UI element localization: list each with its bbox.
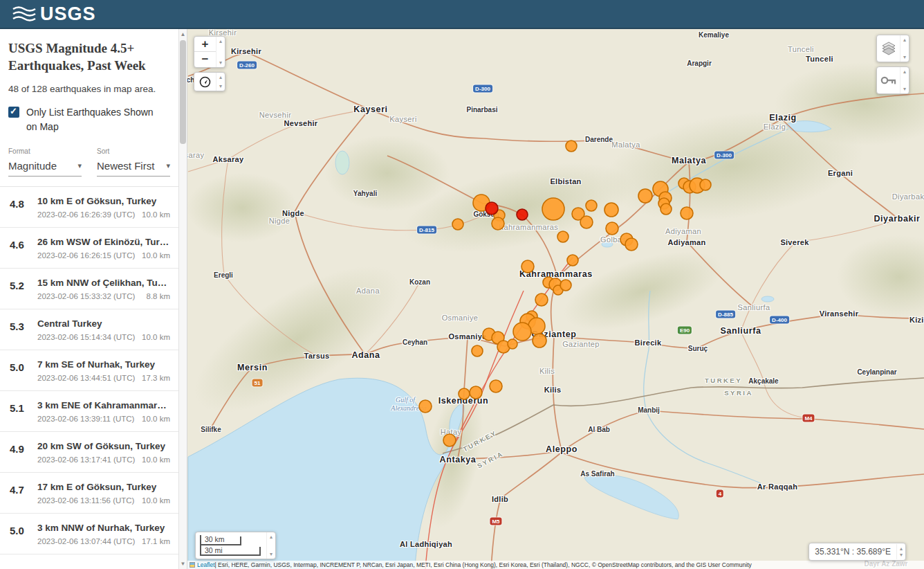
- earthquake-marker[interactable]: [486, 202, 498, 215]
- map-label: Adiyaman: [665, 227, 701, 235]
- map-label: Elazig: [769, 113, 797, 123]
- locate-button[interactable]: [194, 73, 216, 91]
- event-time: 2023-02-06 13:11:56 (UTC): [37, 496, 134, 505]
- event-depth: 10.0 km: [142, 415, 170, 423]
- earthquake-list-item[interactable]: 5.3Central Turkey2023-02-06 15:14:34 (UT…: [0, 309, 178, 350]
- scrollbar-thumb[interactable]: [180, 40, 186, 144]
- coordinates-control: 35.331°N : 35.689°E ▴▾: [808, 543, 906, 561]
- spin-down-icon[interactable]: ▾: [900, 552, 903, 558]
- spin-down-icon[interactable]: ▾: [219, 83, 222, 89]
- earthquake-marker[interactable]: [700, 179, 711, 190]
- earthquake-marker[interactable]: [533, 334, 546, 347]
- scroll-down-icon[interactable]: ▼: [179, 561, 187, 567]
- earthquake-marker[interactable]: [508, 339, 517, 349]
- logo-text: USGS: [40, 3, 96, 25]
- map-label: Arapgir: [687, 60, 712, 67]
- map-label: Pinarbasi: [466, 106, 497, 114]
- layers-button[interactable]: [877, 35, 900, 62]
- earthquake-list-item[interactable]: 4.717 km E of Göksun, Turkey2023-02-06 1…: [0, 473, 178, 514]
- earthquake-marker[interactable]: [604, 203, 618, 217]
- spin-down-icon[interactable]: ▾: [903, 86, 906, 92]
- map-label: Nevsehir: [259, 111, 292, 119]
- earthquake-list-item[interactable]: 4.626 km WSW of Ekinözü, Turkey2023-02-0…: [0, 228, 178, 269]
- earthquake-marker[interactable]: [513, 323, 531, 341]
- road-shield: D-815: [417, 226, 436, 234]
- event-place: Central Turkey: [37, 318, 170, 329]
- earthquake-marker[interactable]: [681, 207, 693, 219]
- magnitude-value: 5.1: [10, 400, 37, 423]
- map-label: Al Bab: [588, 426, 610, 433]
- earthquake-marker[interactable]: [606, 222, 618, 235]
- event-time: 2023-02-06 15:33:32 (UTC): [37, 292, 135, 300]
- sidebar-scrollbar[interactable]: ▲ ▼: [178, 29, 187, 569]
- map-viewport[interactable]: KirsehirKirsehirchiKayseriKayseriNevsehi…: [187, 29, 924, 569]
- zoom-in-button[interactable]: +: [194, 37, 216, 52]
- map-label: Tunceli: [788, 45, 814, 53]
- earthquake-marker[interactable]: [472, 345, 483, 356]
- earthquake-marker[interactable]: [560, 280, 571, 291]
- locate-icon: [199, 76, 211, 88]
- earthquake-marker[interactable]: [557, 231, 569, 242]
- earthquake-marker[interactable]: [521, 260, 534, 273]
- earthquake-list-item[interactable]: 5.07 km SE of Nurhak, Turkey2023-02-06 1…: [0, 350, 178, 391]
- map-label: Diyarbak: [892, 192, 924, 201]
- spin-down-icon[interactable]: ▾: [219, 60, 222, 66]
- spin-up-icon[interactable]: ▴: [903, 69, 906, 75]
- earthquake-marker[interactable]: [470, 386, 482, 399]
- leaflet-link[interactable]: Leaflet: [197, 561, 215, 568]
- sort-select[interactable]: Newest First: [97, 158, 170, 177]
- map-label: Al Ladhiqiyah: [400, 540, 452, 548]
- earthquake-marker[interactable]: [566, 141, 577, 152]
- format-select[interactable]: Magnitude: [8, 158, 82, 177]
- map-label: Kahramanmaras: [499, 223, 559, 231]
- map-label: Malatya: [672, 156, 706, 165]
- earthquake-marker[interactable]: [517, 209, 528, 220]
- earthquake-marker[interactable]: [542, 198, 564, 220]
- usgs-logo[interactable]: USGS: [12, 3, 96, 25]
- earthquake-list-item[interactable]: 5.03 km NNW of Nurhak, Turkey2023-02-06 …: [0, 514, 178, 554]
- spin-up-icon[interactable]: ▴: [903, 37, 906, 43]
- map-label: Nigde: [269, 217, 290, 225]
- earthquake-marker[interactable]: [490, 380, 502, 392]
- earthquake-marker[interactable]: [625, 238, 638, 251]
- earthquake-marker[interactable]: [535, 293, 548, 306]
- earthquake-list-item[interactable]: 4.810 km E of Göksun, Turkey2023-02-06 1…: [0, 187, 178, 228]
- sidebar: USGS Magnitude 4.5+ Earthquakes, Past We…: [0, 29, 178, 569]
- earthquake-marker[interactable]: [459, 388, 470, 399]
- earthquake-marker[interactable]: [580, 216, 593, 228]
- magnitude-value: 4.6: [10, 237, 37, 260]
- earthquake-list-item[interactable]: 5.215 km NNW of Çelikhan, Turk...2023-02…: [0, 269, 178, 309]
- earthquake-marker[interactable]: [419, 400, 432, 413]
- map-label: Ergani: [828, 169, 853, 177]
- spin-up-icon[interactable]: ▴: [219, 38, 222, 44]
- spin-up-icon[interactable]: ▴: [900, 545, 903, 552]
- layers-icon: [881, 41, 896, 56]
- earthquake-marker[interactable]: [492, 217, 504, 230]
- earthquake-marker[interactable]: [452, 219, 463, 230]
- earthquake-list-item[interactable]: 4.920 km SW of Göksun, Turkey2023-02-06 …: [0, 432, 178, 473]
- earthquake-marker[interactable]: [586, 200, 597, 211]
- map-label: SYRIA: [724, 389, 753, 397]
- road-shield: M4: [802, 415, 814, 422]
- earthquake-marker[interactable]: [443, 434, 456, 446]
- earthquake-marker[interactable]: [638, 189, 652, 203]
- spin-up-icon[interactable]: ▴: [219, 74, 222, 80]
- map-label: Mersin: [237, 363, 268, 372]
- only-list-shown-checkbox[interactable]: [8, 107, 19, 118]
- scroll-up-icon[interactable]: ▲: [179, 31, 187, 37]
- legend-key-button[interactable]: [877, 67, 900, 93]
- road-shield: E90: [678, 327, 692, 334]
- road-shield: D-885: [716, 311, 735, 318]
- earthquake-marker[interactable]: [567, 255, 578, 266]
- map-label: Gulf of: [396, 396, 415, 404]
- sort-label: Sort: [97, 147, 170, 155]
- spin-down-icon[interactable]: ▾: [270, 551, 272, 557]
- zoom-control: + − ▴▾: [194, 36, 225, 68]
- map-label: Antakya: [440, 455, 477, 464]
- earthquake-list-item[interactable]: 5.13 km ENE of Kahramanmaraş...2023-02-0…: [0, 391, 178, 432]
- map-label: Aksaray: [213, 155, 244, 163]
- zoom-out-button[interactable]: −: [194, 52, 216, 67]
- spin-down-icon[interactable]: ▾: [903, 54, 906, 60]
- spin-up-icon[interactable]: ▴: [270, 534, 272, 540]
- earthquake-marker[interactable]: [660, 204, 672, 215]
